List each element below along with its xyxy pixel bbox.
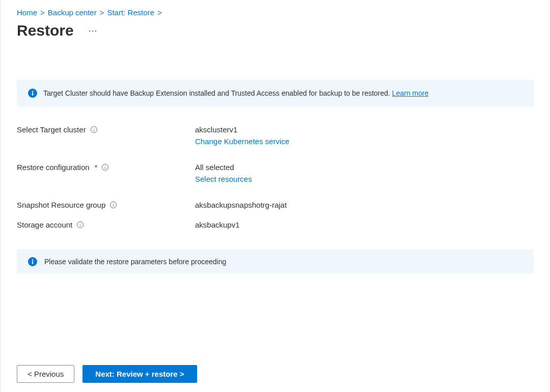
svg-text:i: i: [105, 165, 106, 170]
breadcrumb-start-restore[interactable]: Start: Restore: [107, 8, 154, 17]
more-actions-button[interactable]: ⋯: [88, 25, 98, 36]
svg-text:i: i: [80, 222, 81, 228]
value-target-cluster: aksclusterv1: [195, 125, 289, 134]
info-banner-validate: Please validate the restore parameters b…: [17, 249, 534, 273]
info-icon: [28, 257, 37, 266]
breadcrumb-separator: >: [157, 8, 162, 17]
label-storage-account: Storage account: [17, 220, 72, 229]
previous-button[interactable]: < Previous: [17, 365, 74, 383]
label-snapshot-resource-group: Snapshot Resource group: [17, 201, 105, 209]
label-restore-configuration: Restore configuration: [17, 163, 90, 172]
label-target-cluster: Select Target cluster: [17, 125, 86, 134]
info-banner-text: Target Cluster should have Backup Extens…: [43, 89, 392, 97]
value-restore-configuration: All selected: [195, 163, 252, 172]
learn-more-link[interactable]: Learn more: [392, 89, 429, 97]
change-kubernetes-service-link[interactable]: Change Kubernetes service: [195, 137, 289, 146]
help-icon[interactable]: i: [101, 163, 109, 171]
help-icon[interactable]: i: [109, 201, 117, 209]
help-icon[interactable]: i: [90, 126, 98, 133]
info-icon: [28, 89, 37, 98]
breadcrumb: Home > Backup center > Start: Restore >: [17, 6, 534, 17]
svg-rect-13: [32, 260, 33, 261]
svg-rect-12: [32, 261, 33, 264]
value-snapshot-resource-group: aksbackupsnapshotrg-rajat: [195, 201, 287, 209]
svg-rect-2: [32, 91, 33, 92]
select-resources-link[interactable]: Select resources: [195, 175, 252, 183]
value-storage-account: aksbackupv1: [195, 220, 240, 229]
required-marker: *: [95, 163, 98, 172]
row-target-cluster: Select Target cluster i aksclusterv1 Cha…: [17, 125, 534, 146]
row-restore-configuration: Restore configuration * i All selected S…: [17, 163, 534, 183]
info-banner-extension: Target Cluster should have Backup Extens…: [17, 80, 534, 107]
row-snapshot-resource-group: Snapshot Resource group i aksbackupsnaps…: [17, 201, 534, 209]
svg-text:i: i: [113, 203, 115, 208]
breadcrumb-separator: >: [100, 8, 104, 17]
breadcrumb-separator: >: [40, 8, 45, 17]
validate-banner-text: Please validate the restore parameters b…: [44, 258, 226, 266]
breadcrumb-backup-center[interactable]: Backup center: [48, 8, 97, 17]
next-review-restore-button[interactable]: Next: Review + restore >: [82, 365, 197, 383]
breadcrumb-home[interactable]: Home: [17, 8, 37, 17]
svg-rect-1: [32, 93, 33, 96]
help-icon[interactable]: i: [76, 221, 84, 229]
svg-text:i: i: [93, 127, 95, 132]
row-storage-account: Storage account i aksbackupv1: [17, 220, 534, 229]
wizard-footer: < Previous Next: Review + restore >: [17, 359, 534, 383]
page-title: Restore: [17, 22, 74, 39]
